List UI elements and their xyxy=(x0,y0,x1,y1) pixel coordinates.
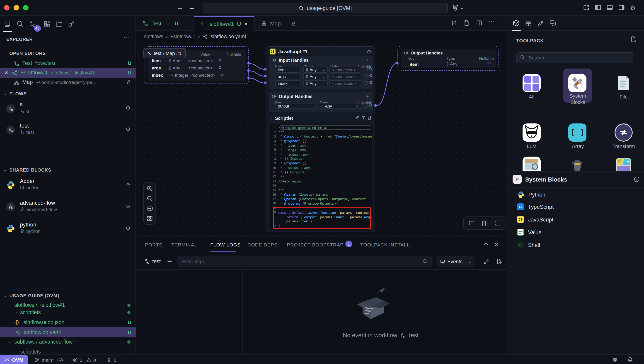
output-node-input-handle[interactable] xyxy=(396,61,399,64)
activity-secrets-button[interactable] xyxy=(68,20,75,28)
nullable-checkbox[interactable] xyxy=(364,74,368,78)
git-branch-status[interactable]: main* xyxy=(34,355,63,364)
close-tab-button[interactable]: ✕ xyxy=(244,21,248,26)
code-line[interactable]: 4 * @typedef {{ xyxy=(270,139,372,143)
gear-icon[interactable]: ⚙ xyxy=(369,74,372,78)
tile-system-blocks-label-2[interactable]: Blocks xyxy=(560,99,596,105)
flow-canvas[interactable]: Value Nullable item {} Any <connected> ⚙… xyxy=(136,42,506,236)
events-filter-select[interactable]: Events ⌄ xyxy=(436,256,474,267)
tab-test[interactable]: Test U xyxy=(136,16,194,31)
tile-array-label[interactable]: Array xyxy=(560,143,596,149)
block-python[interactable]: Python xyxy=(506,188,644,201)
gear-icon[interactable]: ⚙ xyxy=(487,61,491,65)
collapse-panel-button[interactable] xyxy=(483,241,489,247)
tile-all-icon[interactable] xyxy=(522,74,541,92)
code-line[interactable]: 14 xyxy=(270,183,372,188)
gear-icon[interactable]: ⚙ xyxy=(220,73,224,77)
gear-icon[interactable]: ⚙ xyxy=(369,103,372,108)
docs-button[interactable] xyxy=(361,116,366,120)
close-window-button[interactable] xyxy=(4,5,10,11)
flow-item-s[interactable]: s a ⚙ xyxy=(0,100,136,118)
attach-file-button[interactable] xyxy=(355,116,360,120)
code-line[interactable]: 9 * @typedef {{ xyxy=(270,161,372,166)
remote-indicator[interactable]: OVM xyxy=(0,355,28,364)
js-input-handle-index[interactable] xyxy=(264,81,267,84)
filter-logs-input[interactable] xyxy=(177,256,433,267)
js-output-handle-output[interactable] xyxy=(374,104,377,107)
command-center-search[interactable]: usage-guide [OVM] xyxy=(202,3,448,13)
tree-slotflow-yaml[interactable]: slotflow.oo.yaml U xyxy=(0,327,136,337)
toggle-right-sidebar-button[interactable] xyxy=(618,4,625,11)
input-type-select[interactable]: {}Any⌄ xyxy=(303,80,328,86)
shared-block-adder[interactable]: Adder adder ⚙ xyxy=(0,177,136,194)
tab-toolpack-install[interactable]: TOOLPACK INSTALL xyxy=(360,242,410,247)
open-editor-map[interactable]: Map ~/.oomol-studio/registry-pa... xyxy=(0,77,136,87)
fullscreen-button[interactable] xyxy=(494,220,501,226)
activity-search-button[interactable] xyxy=(16,20,24,28)
nullable-checkbox[interactable] xyxy=(364,81,368,85)
shared-blocks-header[interactable]: ⌄ SHARED BLOCKS xyxy=(0,165,136,175)
breadcrumb[interactable]: slotflows › +slotflow#1 › slotflow.oo.ya… xyxy=(136,31,506,42)
clear-logs-button[interactable] xyxy=(483,258,490,265)
open-in-editor-button[interactable] xyxy=(368,116,372,120)
nullable-checkbox[interactable] xyxy=(364,68,368,71)
maximize-window-button[interactable] xyxy=(23,5,28,11)
input-key-field[interactable]: item xyxy=(275,67,300,73)
code-line[interactable]: 18 * @returns {Promise<Outputs>} xyxy=(270,201,372,206)
code-line[interactable]: 6 * args: any; xyxy=(270,148,372,152)
marketplace-tab-button[interactable] xyxy=(525,20,532,27)
gear-icon[interactable]: ⚙ xyxy=(218,58,222,63)
export-file-button[interactable] xyxy=(463,20,470,26)
block-javascript[interactable]: JS JavaScript xyxy=(506,213,644,226)
minimize-window-button[interactable] xyxy=(14,5,19,11)
block-typescript[interactable]: TS TypeScript xyxy=(506,201,644,213)
gear-icon[interactable]: ⚙ xyxy=(126,203,130,210)
minimap-button[interactable] xyxy=(481,220,488,226)
gear-icon[interactable]: ⚙ xyxy=(367,49,371,55)
usage-guide-header[interactable]: ⌄ USAGE-GUIDE [OVM] xyxy=(0,290,136,300)
console-button[interactable] xyxy=(468,220,475,226)
tile-file-label[interactable]: File xyxy=(606,94,642,99)
toolpack-tab-button[interactable] xyxy=(512,20,520,27)
map-output-handle-args[interactable] xyxy=(247,69,250,72)
info-icon[interactable] xyxy=(634,176,640,183)
output-type-select[interactable]: {}Any⌄ xyxy=(318,103,361,109)
customize-layout-button[interactable] xyxy=(583,4,590,11)
code-line[interactable]: 13//#endregion xyxy=(270,179,372,183)
scriptlet-code-editor[interactable]: 1//#region generated meta2/**3 * @import… xyxy=(270,123,372,230)
split-editor-button[interactable] xyxy=(476,20,483,26)
input-value-field[interactable]: <connected> xyxy=(330,74,361,79)
tab-slotflow[interactable]: +slotflow#1 U ✕ xyxy=(194,16,255,31)
output-key-field[interactable]: output xyxy=(275,103,316,109)
tile-system-blocks-icon[interactable] xyxy=(568,74,586,92)
gear-icon[interactable]: ⚙ xyxy=(126,105,130,111)
block-value[interactable]: Value xyxy=(506,226,644,238)
more-actions-button[interactable]: ⋯ xyxy=(488,17,495,25)
zoom-in-button[interactable] xyxy=(146,185,153,192)
tile-llm-icon[interactable] xyxy=(522,123,541,142)
shared-block-python[interactable]: python python ⚙ xyxy=(0,221,136,238)
new-toolpack-button[interactable] xyxy=(630,36,637,43)
input-value-field[interactable]: <connected> xyxy=(330,80,361,86)
map-output-handle-item[interactable] xyxy=(247,62,250,65)
gear-icon[interactable]: ⚙ xyxy=(126,225,130,232)
tile-spy-icon[interactable] xyxy=(568,156,586,171)
open-editors-header[interactable]: ⌄ OPEN EDITORS xyxy=(0,48,136,58)
activity-explorer-button[interactable] xyxy=(4,20,11,28)
tab-flow-logs[interactable]: FLOW LOGS xyxy=(210,242,241,247)
tab-project-bootstrap[interactable]: PROJECT BOOTSTRAP xyxy=(287,242,344,247)
tree-scriptlets[interactable]: › scriptlets xyxy=(0,308,136,317)
mascot-menu-button[interactable] xyxy=(452,4,459,12)
activity-blocks-button[interactable] xyxy=(43,20,51,28)
tile-image-icon[interactable] xyxy=(522,156,541,171)
toggle-left-sidebar-button[interactable] xyxy=(594,4,602,11)
toolpack-search-input[interactable] xyxy=(516,52,633,63)
fit-view-button[interactable] xyxy=(146,205,153,212)
tab-terminal[interactable]: TERMINAL xyxy=(171,242,197,247)
ports-status[interactable]: 0 xyxy=(106,355,116,364)
history-back-button[interactable]: ← xyxy=(177,4,183,11)
explorer-more-button[interactable]: ⋯ xyxy=(123,34,129,41)
js-input-handle-item[interactable] xyxy=(264,68,267,71)
tile-transform-label[interactable]: Transform xyxy=(606,143,642,149)
auto-layout-button[interactable] xyxy=(146,215,153,222)
